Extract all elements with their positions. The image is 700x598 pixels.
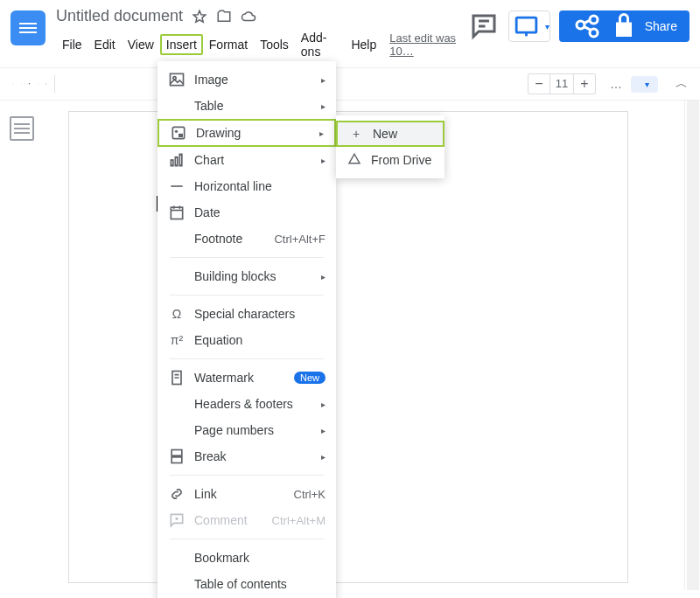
submenu-arrow-icon: ▸ bbox=[321, 426, 326, 435]
shortcut-label: Ctrl+Alt+F bbox=[274, 233, 326, 246]
cloud-status-icon[interactable] bbox=[241, 9, 256, 24]
insert-headers-footers[interactable]: Headers & footers ▸ bbox=[158, 391, 336, 417]
fontsize-input[interactable]: 11 bbox=[550, 74, 574, 94]
submenu-arrow-icon: ▸ bbox=[321, 75, 326, 85]
svg-rect-5 bbox=[171, 73, 184, 85]
undo-icon[interactable] bbox=[12, 75, 14, 93]
insert-equation[interactable]: π² Equation bbox=[158, 327, 336, 353]
omega-icon: Ω bbox=[168, 305, 186, 323]
svg-rect-14 bbox=[171, 207, 182, 219]
share-label: Share bbox=[645, 19, 677, 33]
separator bbox=[170, 257, 324, 258]
spellcheck-icon[interactable] bbox=[38, 75, 39, 93]
insert-link[interactable]: Link Ctrl+K bbox=[158, 481, 336, 507]
svg-rect-20 bbox=[172, 457, 182, 463]
insert-page-numbers[interactable]: Page numbers ▸ bbox=[158, 417, 336, 443]
print-icon[interactable] bbox=[29, 75, 31, 93]
docs-logo[interactable] bbox=[10, 10, 46, 45]
separator bbox=[170, 539, 324, 539]
insert-break[interactable]: Break ▸ bbox=[158, 443, 336, 469]
toolbar: ▾ − 11 + … ▾ ︿ bbox=[0, 67, 700, 101]
move-icon[interactable] bbox=[216, 9, 232, 24]
menu-tools[interactable]: Tools bbox=[254, 34, 295, 55]
more-icon[interactable]: … bbox=[610, 77, 624, 91]
pi-icon: π² bbox=[168, 331, 186, 349]
star-icon[interactable] bbox=[192, 9, 207, 24]
submenu-arrow-icon: ▸ bbox=[321, 452, 326, 462]
svg-rect-9 bbox=[178, 134, 183, 137]
submenu-arrow-icon: ▸ bbox=[321, 101, 326, 111]
insert-bookmark[interactable]: Bookmark bbox=[158, 545, 336, 571]
document-title[interactable]: Untitled document bbox=[56, 7, 183, 25]
chart-icon bbox=[168, 151, 186, 169]
svg-rect-11 bbox=[175, 157, 178, 166]
new-badge: New bbox=[294, 372, 326, 384]
menu-addons[interactable]: Add-ons bbox=[295, 27, 346, 62]
svg-point-8 bbox=[175, 130, 178, 133]
submenu-arrow-icon: ▸ bbox=[319, 129, 324, 138]
insert-footnote[interactable]: Footnote Ctrl+Alt+F bbox=[158, 226, 336, 252]
scrollbar[interactable] bbox=[684, 101, 700, 590]
break-icon bbox=[168, 448, 186, 465]
share-button[interactable]: Share bbox=[559, 10, 690, 42]
insert-special-characters[interactable]: Ω Special characters bbox=[158, 301, 336, 327]
link-icon bbox=[168, 485, 186, 503]
insert-watermark[interactable]: Watermark New bbox=[158, 365, 336, 391]
comments-icon[interactable] bbox=[468, 10, 500, 42]
insert-building-blocks[interactable]: Building blocks ▸ bbox=[158, 263, 336, 289]
shortcut-label: Ctrl+K bbox=[294, 488, 326, 501]
fontsize-increase[interactable]: + bbox=[574, 76, 595, 92]
document-page[interactable] bbox=[68, 111, 628, 583]
menu-help[interactable]: Help bbox=[345, 34, 382, 55]
submenu-arrow-icon: ▸ bbox=[321, 156, 326, 165]
insert-table[interactable]: Table ▸ bbox=[158, 93, 336, 119]
drawing-from-drive[interactable]: From Drive bbox=[336, 147, 444, 173]
menu-view[interactable]: View bbox=[122, 34, 160, 55]
separator bbox=[170, 475, 324, 476]
comment-icon bbox=[168, 511, 186, 529]
insert-comment: Comment Ctrl+Alt+M bbox=[158, 507, 336, 533]
insert-horizontal-line[interactable]: Horizontal line bbox=[158, 173, 336, 199]
watermark-icon bbox=[168, 369, 186, 386]
menu-format[interactable]: Format bbox=[203, 34, 254, 55]
insert-toc[interactable]: Table of contents bbox=[158, 571, 336, 597]
separator bbox=[170, 358, 324, 359]
insert-date[interactable]: Date bbox=[158, 199, 336, 226]
submenu-arrow-icon: ▸ bbox=[321, 400, 326, 409]
menu-edit[interactable]: Edit bbox=[88, 34, 122, 55]
editing-mode-button[interactable]: ▾ bbox=[631, 76, 658, 93]
paint-format-icon[interactable] bbox=[46, 75, 47, 93]
fontsize-decrease[interactable]: − bbox=[528, 76, 550, 92]
calendar-icon bbox=[168, 204, 186, 221]
outline-icon[interactable] bbox=[10, 116, 34, 141]
last-edit-link[interactable]: Last edit was 10… bbox=[389, 31, 467, 58]
insert-chart[interactable]: Chart ▸ bbox=[158, 147, 336, 173]
svg-rect-0 bbox=[516, 17, 536, 32]
caret-down-icon: ▾ bbox=[645, 80, 649, 89]
drive-icon bbox=[346, 152, 362, 168]
insert-drawing[interactable]: Drawing ▸ bbox=[158, 119, 336, 147]
plus-icon: + bbox=[348, 126, 364, 142]
redo-icon[interactable] bbox=[21, 75, 23, 93]
svg-rect-12 bbox=[179, 154, 182, 165]
insert-image[interactable]: Image ▸ bbox=[158, 66, 336, 93]
caret-down-icon: ▾ bbox=[545, 22, 550, 31]
drawing-submenu: + New From Drive bbox=[336, 115, 444, 178]
horizontal-line-icon bbox=[168, 177, 186, 195]
separator bbox=[170, 295, 324, 296]
image-icon bbox=[168, 71, 186, 88]
svg-rect-19 bbox=[172, 450, 182, 456]
svg-rect-10 bbox=[171, 160, 173, 166]
drawing-icon bbox=[170, 124, 187, 142]
menu-insert[interactable]: Insert bbox=[160, 34, 203, 55]
drawing-new[interactable]: + New bbox=[336, 121, 444, 147]
collapse-icon[interactable]: ︿ bbox=[676, 76, 688, 92]
insert-menu-dropdown: Image ▸ Table ▸ Drawing ▸ Chart ▸ Horizo… bbox=[158, 61, 336, 598]
submenu-arrow-icon: ▸ bbox=[321, 272, 326, 282]
present-button[interactable]: ▾ bbox=[508, 10, 550, 42]
shortcut-label: Ctrl+Alt+M bbox=[272, 514, 326, 527]
menu-file[interactable]: File bbox=[56, 34, 88, 55]
